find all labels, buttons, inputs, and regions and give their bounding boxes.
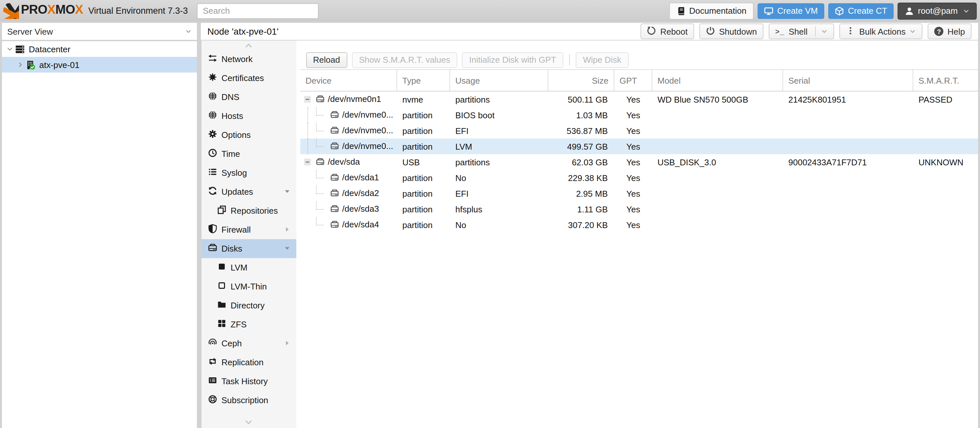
column-header-device[interactable]: Device: [300, 70, 397, 91]
tree-node-atx-pve-01[interactable]: atx-pve-01: [2, 57, 197, 73]
cell-s-m-a-r-t: [913, 201, 978, 217]
menu-item-syslog[interactable]: Syslog: [201, 163, 296, 182]
cell-serial: [783, 217, 913, 233]
column-header-label: Serial: [788, 76, 810, 85]
column-header-usage[interactable]: Usage: [450, 70, 548, 91]
menu-item-directory[interactable]: Directory: [201, 296, 296, 315]
menu-item-label: Ceph: [221, 338, 242, 348]
menu-item-disks[interactable]: Disks: [201, 239, 296, 258]
cell-value: 1.03 MB: [576, 110, 608, 120]
cell-size: 2.95 MB: [548, 185, 614, 201]
column-header-s-m-a-r-t[interactable]: S.M.A.R.T.: [913, 70, 978, 91]
menu-scroll-up[interactable]: [201, 41, 296, 50]
node-menu-items: NetworkCertificatesDNSHostsOptionsTimeSy…: [201, 50, 296, 410]
device-name: /dev/sda: [328, 154, 360, 170]
root-pam-button[interactable]: root@pam: [897, 2, 977, 19]
cell-model: WD Blue SN570 500GB: [652, 92, 783, 107]
collapse-toggle[interactable]: [304, 95, 312, 103]
proxmox-x-logo-icon: [3, 3, 19, 19]
wipe-disk-button[interactable]: Wipe Disk: [576, 52, 628, 68]
shutdown-button[interactable]: Shutdown: [699, 24, 764, 39]
menu-item-network[interactable]: Network: [201, 50, 296, 69]
tree-guide-elbow: [316, 185, 324, 194]
view-selector[interactable]: Server View: [2, 23, 197, 40]
cell-value: EFI: [455, 189, 468, 198]
menu-item-zfs[interactable]: ZFS: [201, 315, 296, 334]
column-header-label: GPT: [619, 76, 637, 85]
table-row-4[interactable]: /dev/sdaUSBpartitions62.03 GBYesUSB_DISK…: [300, 154, 978, 170]
cell-value: hfsplus: [455, 204, 482, 214]
column-header-label: Usage: [455, 76, 480, 85]
create-vm-button[interactable]: Create VM: [757, 3, 824, 19]
table-row-8[interactable]: /dev/sda4partitionNo307.20 KBYes: [300, 217, 978, 233]
shell-button[interactable]: >_Shell: [769, 24, 834, 39]
cell-gpt: Yes: [614, 107, 652, 123]
table-row-1[interactable]: /dev/nvme0...partitionBIOS boot1.03 MBYe…: [300, 107, 978, 123]
table-row-2[interactable]: /dev/nvme0...partitionEFI536.87 MBYes: [300, 123, 978, 138]
cell-type: partition: [397, 185, 450, 201]
search-input[interactable]: [197, 3, 318, 19]
menu-item-label: Time: [221, 149, 240, 159]
column-header-size[interactable]: Size: [548, 70, 614, 91]
chevron-down-icon: [244, 417, 253, 426]
bulk-actions-button[interactable]: Bulk Actions: [840, 24, 923, 39]
menu-item-hosts[interactable]: Hosts: [201, 106, 296, 125]
shield-icon: [208, 224, 217, 233]
menu-item-time[interactable]: Time: [201, 144, 296, 163]
cell-value: partition: [402, 220, 433, 230]
cell-usage: partitions: [450, 154, 548, 170]
menu-item-certificates[interactable]: Certificates: [201, 69, 296, 87]
menu-scroll-down[interactable]: [201, 417, 296, 426]
cell-device: /dev/sda: [300, 154, 397, 170]
menu-item-label: Directory: [231, 301, 265, 311]
column-header-serial[interactable]: Serial: [783, 70, 913, 91]
topbar-buttons: DocumentationCreate VMCreate CTroot@pam: [669, 2, 977, 19]
cell-size: 500.11 GB: [548, 92, 614, 107]
menu-item-label: LVM-Thin: [231, 282, 267, 292]
collapse-toggle[interactable]: [304, 158, 312, 166]
menu-item-task-history[interactable]: Task History: [201, 372, 296, 391]
cell-value: 21425K801951: [788, 94, 846, 104]
button-label: root@pam: [918, 6, 958, 16]
menu-item-ceph[interactable]: Ceph: [201, 334, 296, 353]
cell-serial: 21425K801951: [783, 92, 913, 107]
node-header: Node 'atx-pve-01' RebootShutdown>_ShellB…: [201, 23, 978, 40]
menu-item-dns[interactable]: DNS: [201, 87, 296, 106]
button-label: Wipe Disk: [583, 55, 621, 65]
menu-item-replication[interactable]: Replication: [201, 353, 296, 372]
table-row-6[interactable]: /dev/sda2partitionEFI2.95 MBYes: [300, 185, 978, 201]
tree-node-datacenter[interactable]: Datacenter: [2, 41, 197, 57]
copy-icon: [217, 205, 226, 214]
menu-item-subscription[interactable]: Subscription: [201, 391, 296, 410]
device-name: /dev/nvme0...: [342, 138, 393, 154]
create-ct-button[interactable]: Create CT: [828, 3, 894, 19]
device-name: /dev/nvme0n1: [328, 92, 381, 107]
menu-item-options[interactable]: Options: [201, 125, 296, 144]
tree-guide-elbow: [316, 107, 324, 116]
menu-item-firewall[interactable]: Firewall: [201, 220, 296, 239]
help-button[interactable]: ?Help: [928, 24, 972, 39]
reload-button[interactable]: Reload: [306, 52, 347, 68]
initialize-disk-with-gpt-button[interactable]: Initialize Disk with GPT: [462, 52, 563, 68]
cell-s-m-a-r-t: [913, 217, 978, 233]
cell-gpt: Yes: [614, 138, 652, 154]
column-header-model[interactable]: Model: [652, 70, 783, 91]
cell-size: 229.38 KB: [548, 170, 614, 185]
cell-device: /dev/sda2: [300, 185, 397, 201]
documentation-button[interactable]: Documentation: [669, 2, 754, 19]
column-header-gpt[interactable]: GPT: [614, 70, 652, 91]
table-row-7[interactable]: /dev/sda3partitionhfsplus1.11 GBYes: [300, 201, 978, 217]
menu-item-lvm-thin[interactable]: LVM-Thin: [201, 277, 296, 296]
table-row-3[interactable]: /dev/nvme0...partitionLVM499.57 GBYes: [300, 138, 978, 154]
partition-icon: [330, 173, 339, 184]
column-header-type[interactable]: Type: [397, 70, 450, 91]
cell-usage: partitions: [450, 92, 548, 107]
table-row-5[interactable]: /dev/sda1partitionNo229.38 KBYes: [300, 170, 978, 185]
table-row-0[interactable]: /dev/nvme0n1nvmepartitions500.11 GBYesWD…: [300, 92, 978, 107]
menu-item-repositories[interactable]: Repositories: [201, 201, 296, 220]
reboot-button[interactable]: Reboot: [641, 24, 694, 39]
cell-model: [652, 185, 783, 201]
show-s-m-a-r-t-values-button[interactable]: Show S.M.A.R.T. values: [352, 52, 457, 68]
menu-item-updates[interactable]: Updates: [201, 182, 296, 201]
menu-item-lvm[interactable]: LVM: [201, 258, 296, 277]
